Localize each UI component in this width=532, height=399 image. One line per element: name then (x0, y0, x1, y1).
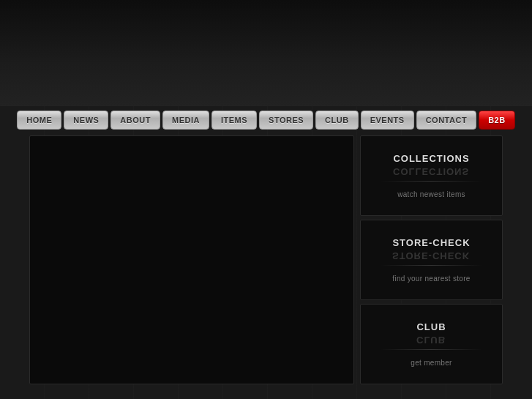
card-club[interactable]: CLUBCLUBget member (360, 304, 503, 384)
nav-item-media[interactable]: MEDIA (162, 111, 209, 130)
content-area: COLLECTIONSCOLLECTIONSwatch newest items… (29, 135, 503, 384)
nav-item-news[interactable]: NEWS (64, 111, 108, 130)
card-title-reflection-collections: COLLECTIONS (393, 165, 469, 177)
card-title-collections: COLLECTIONS (393, 153, 469, 165)
card-separator-store-check (381, 265, 482, 266)
card-title-club: CLUB (416, 321, 446, 333)
card-title-store-check: STORE-CHECK (392, 237, 470, 249)
card-subtitle-club: get member (411, 359, 452, 367)
card-store-check[interactable]: STORE-CHECKSTORE-CHECKfind your nearest … (360, 220, 503, 300)
card-subtitle-collections: watch newest items (397, 190, 465, 198)
nav-item-b2b[interactable]: B2B (479, 111, 515, 130)
card-title-reflection-store-check: STORE-CHECK (392, 250, 470, 261)
nav-item-about[interactable]: ABOUT (110, 111, 160, 130)
card-separator-collections (381, 181, 482, 182)
nav-item-items[interactable]: ITEMS (211, 111, 257, 130)
cards-panel: COLLECTIONSCOLLECTIONSwatch newest items… (360, 135, 503, 384)
nav-item-stores[interactable]: STORES (259, 111, 313, 130)
nav-item-contact[interactable]: CONTACT (416, 111, 476, 130)
card-separator-club (381, 349, 482, 350)
card-title-reflection-club: CLUB (416, 334, 446, 346)
main-content-panel (29, 135, 354, 384)
nav-item-club[interactable]: CLUB (315, 111, 359, 130)
nav-item-home[interactable]: HOME (17, 111, 61, 130)
nav-item-events[interactable]: EVENTS (361, 111, 414, 130)
card-subtitle-store-check: find your nearest store (392, 275, 470, 283)
header-background (0, 0, 532, 106)
card-collections[interactable]: COLLECTIONSCOLLECTIONSwatch newest items (360, 135, 503, 216)
navigation-bar: HOMENEWSABOUTMEDIAITEMSSTORESCLUBEVENTSC… (0, 108, 532, 132)
